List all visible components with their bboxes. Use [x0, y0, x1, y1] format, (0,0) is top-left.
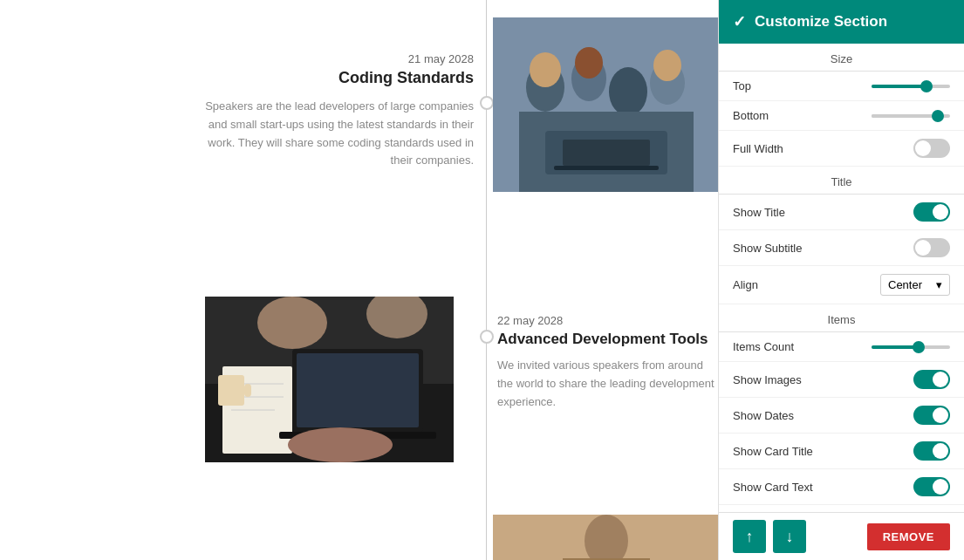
- svg-point-11: [653, 50, 681, 81]
- timeline-dot-2: [480, 330, 494, 344]
- remove-button[interactable]: REMOVE: [867, 523, 950, 550]
- article-2-date: 22 may 2028: [497, 314, 718, 327]
- bottom-slider[interactable]: [872, 110, 950, 122]
- full-width-toggle-knob: [915, 140, 931, 156]
- svg-rect-7: [563, 140, 650, 166]
- main-content: 21 may 2028 Coding Standards Speakers ar…: [0, 0, 718, 560]
- show-title-label: Show Title: [733, 206, 785, 219]
- svg-rect-21: [297, 353, 419, 427]
- align-control-row: Align Center ▾: [719, 266, 964, 304]
- move-down-button[interactable]: ↓: [773, 520, 806, 553]
- bottom-label: Bottom: [733, 109, 769, 122]
- show-images-toggle-knob: [933, 372, 948, 387]
- title-section-label: Title: [719, 167, 964, 195]
- show-dates-control-row: Show Dates: [719, 398, 964, 434]
- team-image: [493, 17, 718, 192]
- bottom-control-row: Bottom: [719, 101, 964, 131]
- article-1-desc: Speakers are the lead developers of larg…: [203, 98, 474, 170]
- check-icon: ✓: [733, 12, 746, 31]
- show-subtitle-toggle-knob: [915, 240, 931, 256]
- article-1-title: Coding Standards: [203, 69, 474, 87]
- top-slider[interactable]: [872, 80, 950, 92]
- show-title-toggle-knob: [933, 204, 948, 220]
- show-dates-toggle-knob: [933, 407, 948, 423]
- show-subtitle-control-row: Show Subtitle: [719, 230, 964, 266]
- article-1-date: 21 may 2028: [203, 52, 474, 65]
- third-image: [493, 515, 718, 560]
- svg-point-23: [288, 427, 393, 462]
- svg-point-10: [575, 47, 603, 79]
- show-card-text-toggle-knob: [933, 479, 948, 495]
- move-up-button[interactable]: ↑: [733, 520, 766, 553]
- show-card-title-label: Show Card Title: [733, 445, 813, 458]
- article-coding: 21 may 2028 Coding Standards Speakers ar…: [203, 52, 474, 170]
- show-subtitle-toggle[interactable]: [913, 238, 950, 257]
- dropdown-chevron-icon: ▾: [936, 278, 942, 291]
- top-control-row: Top: [719, 72, 964, 101]
- align-value: Center: [888, 278, 922, 291]
- sidebar-title: Customize Section: [755, 13, 887, 31]
- items-section-label: Items: [719, 304, 964, 332]
- align-dropdown[interactable]: Center ▾: [880, 274, 950, 296]
- customize-sidebar: ✓ Customize Section Size Top Bottom: [718, 0, 964, 560]
- laptops-image: [205, 297, 454, 462]
- article-advanced: 22 may 2028 Advanced Development Tools W…: [497, 314, 718, 411]
- show-card-text-control-row: Show Card Text: [719, 469, 964, 505]
- full-width-label: Full Width: [733, 142, 783, 155]
- article-2-desc: We invited various speakers from around …: [497, 357, 718, 411]
- svg-rect-18: [218, 375, 244, 406]
- svg-rect-19: [244, 384, 251, 397]
- show-dates-toggle[interactable]: [913, 406, 950, 425]
- show-card-title-control-row: Show Card Title: [719, 434, 964, 469]
- timeline-dot-1: [480, 96, 494, 110]
- article-2-title: Advanced Development Tools: [497, 331, 718, 348]
- timeline-line: [486, 0, 487, 560]
- items-count-slider[interactable]: [872, 341, 950, 353]
- full-width-control-row: Full Width: [719, 131, 964, 167]
- show-images-toggle[interactable]: [913, 370, 950, 389]
- items-count-label: Items Count: [733, 340, 794, 353]
- show-card-title-toggle-knob: [933, 443, 948, 459]
- sidebar-body: Size Top Bottom Full Width: [719, 44, 964, 512]
- items-count-control-row: Items Count: [719, 332, 964, 362]
- action-bar: ↑ ↓ REMOVE: [719, 512, 964, 560]
- show-card-title-toggle[interactable]: [913, 441, 950, 461]
- show-title-toggle[interactable]: [913, 202, 950, 222]
- svg-point-3: [609, 67, 647, 116]
- size-section-label: Size: [719, 44, 964, 72]
- svg-point-24: [257, 297, 327, 349]
- show-images-control-row: Show Images: [719, 362, 964, 398]
- svg-rect-8: [554, 166, 659, 170]
- show-dates-label: Show Dates: [733, 409, 794, 422]
- show-card-text-toggle[interactable]: [913, 477, 950, 496]
- show-title-control-row: Show Title: [719, 195, 964, 230]
- show-images-label: Show Images: [733, 373, 802, 386]
- sidebar-header: ✓ Customize Section: [719, 0, 964, 44]
- top-label: Top: [733, 79, 751, 92]
- show-subtitle-label: Show Subtitle: [733, 242, 803, 255]
- align-label: Align: [733, 278, 758, 291]
- svg-point-9: [530, 52, 561, 87]
- show-card-text-label: Show Card Text: [733, 481, 813, 494]
- full-width-toggle[interactable]: [913, 139, 950, 158]
